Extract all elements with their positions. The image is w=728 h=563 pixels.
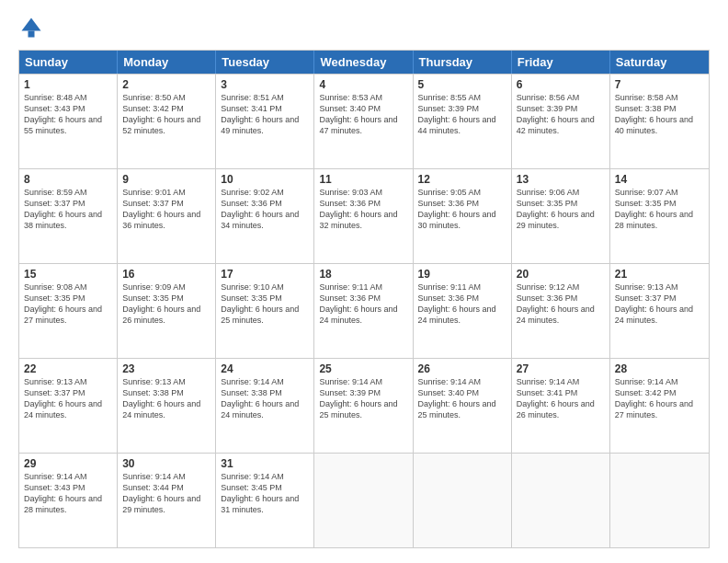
day-cell-23: 23 Sunrise: 9:13 AM Sunset: 3:38 PM Dayl…	[118, 359, 216, 453]
sunrise-label: Sunrise: 8:56 AM	[517, 93, 580, 102]
day-number: 13	[517, 173, 605, 186]
daylight-label: Daylight: 6 hours and 28 minutes.	[24, 494, 102, 514]
day-info: Sunrise: 9:14 AM Sunset: 3:44 PM Dayligh…	[122, 471, 210, 516]
day-cell-5: 5 Sunrise: 8:55 AM Sunset: 3:39 PM Dayli…	[414, 75, 512, 168]
day-header-wednesday: Wednesday	[314, 51, 413, 74]
sunrise-label: Sunrise: 9:08 AM	[24, 282, 87, 292]
sunset-label: Sunset: 3:38 PM	[122, 388, 184, 397]
sunset-label: Sunset: 3:36 PM	[221, 199, 282, 208]
daylight-label: Daylight: 6 hours and 36 minutes.	[122, 210, 200, 230]
daylight-label: Daylight: 6 hours and 25 minutes.	[418, 399, 496, 419]
day-cell-29: 29 Sunrise: 9:14 AM Sunset: 3:43 PM Dayl…	[19, 454, 118, 547]
day-cell-13: 13 Sunrise: 9:06 AM Sunset: 3:35 PM Dayl…	[512, 169, 610, 263]
daylight-label: Daylight: 6 hours and 24 minutes.	[615, 304, 693, 325]
calendar-header: SundayMondayTuesdayWednesdayThursdayFrid…	[19, 51, 709, 74]
day-cell-7: 7 Sunrise: 8:58 AM Sunset: 3:38 PM Dayli…	[610, 75, 709, 168]
week-row-4: 22 Sunrise: 9:13 AM Sunset: 3:37 PM Dayl…	[19, 358, 709, 453]
svg-marker-0	[22, 18, 41, 31]
sunset-label: Sunset: 3:43 PM	[24, 104, 85, 113]
sunset-label: Sunset: 3:36 PM	[319, 199, 381, 208]
day-header-friday: Friday	[512, 51, 610, 74]
daylight-label: Daylight: 6 hours and 55 minutes.	[24, 115, 102, 135]
daylight-label: Daylight: 6 hours and 40 minutes.	[615, 115, 693, 135]
sunrise-label: Sunrise: 9:12 AM	[517, 282, 580, 292]
day-info: Sunrise: 9:05 AM Sunset: 3:36 PM Dayligh…	[418, 187, 506, 232]
day-info: Sunrise: 8:51 AM Sunset: 3:41 PM Dayligh…	[221, 92, 309, 137]
sunset-label: Sunset: 3:36 PM	[418, 199, 480, 208]
daylight-label: Daylight: 6 hours and 25 minutes.	[221, 304, 299, 325]
day-number: 9	[122, 173, 210, 186]
sunrise-label: Sunrise: 8:50 AM	[122, 93, 186, 102]
sunset-label: Sunset: 3:35 PM	[221, 293, 282, 303]
daylight-label: Daylight: 6 hours and 47 minutes.	[319, 115, 397, 135]
day-info: Sunrise: 9:03 AM Sunset: 3:36 PM Dayligh…	[319, 187, 407, 232]
daylight-label: Daylight: 6 hours and 38 minutes.	[24, 210, 102, 230]
day-info: Sunrise: 8:58 AM Sunset: 3:38 PM Dayligh…	[615, 92, 704, 137]
day-number: 3	[221, 78, 309, 91]
day-number: 17	[221, 268, 309, 281]
calendar: SundayMondayTuesdayWednesdayThursdayFrid…	[18, 50, 710, 548]
empty-cell	[610, 454, 709, 547]
sunset-label: Sunset: 3:35 PM	[24, 293, 85, 303]
day-number: 23	[122, 362, 210, 375]
day-info: Sunrise: 9:02 AM Sunset: 3:36 PM Dayligh…	[221, 187, 309, 232]
sunset-label: Sunset: 3:38 PM	[221, 388, 282, 397]
daylight-label: Daylight: 6 hours and 31 minutes.	[221, 494, 299, 514]
day-number: 6	[517, 78, 605, 91]
day-cell-14: 14 Sunrise: 9:07 AM Sunset: 3:35 PM Dayl…	[610, 169, 709, 263]
sunset-label: Sunset: 3:40 PM	[319, 104, 381, 113]
sunset-label: Sunset: 3:38 PM	[615, 104, 677, 113]
day-header-saturday: Saturday	[610, 51, 709, 74]
header	[18, 15, 710, 40]
daylight-label: Daylight: 6 hours and 25 minutes.	[319, 399, 397, 419]
sunrise-label: Sunrise: 9:05 AM	[418, 188, 482, 197]
day-cell-4: 4 Sunrise: 8:53 AM Sunset: 3:40 PM Dayli…	[314, 75, 413, 168]
page: SundayMondayTuesdayWednesdayThursdayFrid…	[0, 0, 728, 563]
day-number: 20	[517, 268, 605, 281]
day-info: Sunrise: 9:09 AM Sunset: 3:35 PM Dayligh…	[122, 282, 210, 327]
sunset-label: Sunset: 3:37 PM	[122, 199, 184, 208]
day-info: Sunrise: 9:13 AM Sunset: 3:38 PM Dayligh…	[122, 376, 210, 421]
sunrise-label: Sunrise: 8:53 AM	[319, 93, 382, 102]
day-cell-19: 19 Sunrise: 9:11 AM Sunset: 3:36 PM Dayl…	[414, 264, 512, 358]
sunrise-label: Sunrise: 8:58 AM	[615, 93, 678, 102]
sunset-label: Sunset: 3:36 PM	[319, 293, 381, 303]
sunrise-label: Sunrise: 8:51 AM	[221, 93, 284, 102]
day-number: 16	[122, 268, 210, 281]
day-number: 25	[319, 362, 407, 375]
sunrise-label: Sunrise: 9:14 AM	[221, 472, 284, 481]
sunset-label: Sunset: 3:40 PM	[418, 388, 480, 397]
day-cell-12: 12 Sunrise: 9:05 AM Sunset: 3:36 PM Dayl…	[414, 169, 512, 263]
day-cell-17: 17 Sunrise: 9:10 AM Sunset: 3:35 PM Dayl…	[216, 264, 314, 358]
day-cell-31: 31 Sunrise: 9:14 AM Sunset: 3:45 PM Dayl…	[216, 454, 314, 547]
day-header-tuesday: Tuesday	[216, 51, 314, 74]
daylight-label: Daylight: 6 hours and 29 minutes.	[517, 210, 595, 230]
daylight-label: Daylight: 6 hours and 42 minutes.	[517, 115, 595, 135]
sunrise-label: Sunrise: 8:55 AM	[418, 93, 482, 102]
sunrise-label: Sunrise: 9:01 AM	[122, 188, 186, 197]
day-info: Sunrise: 9:13 AM Sunset: 3:37 PM Dayligh…	[24, 376, 112, 421]
day-info: Sunrise: 9:06 AM Sunset: 3:35 PM Dayligh…	[517, 187, 605, 232]
day-header-monday: Monday	[118, 51, 216, 74]
svg-rect-1	[28, 31, 35, 38]
sunrise-label: Sunrise: 9:10 AM	[221, 282, 284, 292]
day-cell-9: 9 Sunrise: 9:01 AM Sunset: 3:37 PM Dayli…	[118, 169, 216, 263]
day-number: 11	[319, 173, 407, 186]
sunset-label: Sunset: 3:45 PM	[221, 483, 282, 492]
logo	[18, 15, 48, 40]
day-info: Sunrise: 9:08 AM Sunset: 3:35 PM Dayligh…	[24, 282, 112, 327]
day-info: Sunrise: 9:11 AM Sunset: 3:36 PM Dayligh…	[418, 282, 506, 327]
day-info: Sunrise: 9:01 AM Sunset: 3:37 PM Dayligh…	[122, 187, 210, 232]
day-header-thursday: Thursday	[414, 51, 512, 74]
day-number: 8	[24, 173, 112, 186]
daylight-label: Daylight: 6 hours and 24 minutes.	[24, 399, 102, 419]
day-cell-24: 24 Sunrise: 9:14 AM Sunset: 3:38 PM Dayl…	[216, 359, 314, 453]
day-info: Sunrise: 9:10 AM Sunset: 3:35 PM Dayligh…	[221, 282, 309, 327]
sunset-label: Sunset: 3:43 PM	[24, 483, 85, 492]
day-cell-28: 28 Sunrise: 9:14 AM Sunset: 3:42 PM Dayl…	[610, 359, 709, 453]
day-info: Sunrise: 9:14 AM Sunset: 3:45 PM Dayligh…	[221, 471, 309, 516]
daylight-label: Daylight: 6 hours and 44 minutes.	[418, 115, 496, 135]
day-cell-8: 8 Sunrise: 8:59 AM Sunset: 3:37 PM Dayli…	[19, 169, 118, 263]
sunset-label: Sunset: 3:44 PM	[122, 483, 184, 492]
day-number: 2	[122, 78, 210, 91]
